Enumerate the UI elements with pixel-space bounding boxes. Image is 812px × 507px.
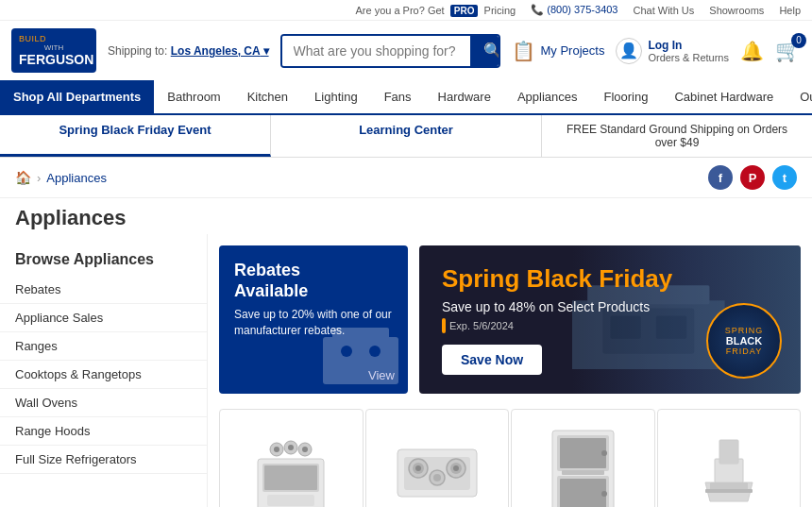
phone-link[interactable]: 📞 (800) 375-3403: [531, 4, 617, 16]
svg-rect-15: [267, 495, 314, 506]
notifications-bell[interactable]: 🔔: [740, 40, 764, 62]
promo-learning-center[interactable]: Learning Center: [271, 115, 542, 157]
nav-cabinet-hardware[interactable]: Cabinet Hardware: [661, 80, 787, 113]
svg-rect-11: [264, 465, 317, 490]
login-label: Log In: [648, 39, 729, 52]
rebates-sub: Save up to 20% with one of our manufactu…: [234, 307, 393, 339]
svg-point-36: [601, 491, 607, 497]
svg-rect-33: [560, 479, 606, 507]
nav-flooring[interactable]: Flooring: [591, 80, 662, 113]
pro-info: Are you a Pro? Get PRO Pricing: [355, 5, 516, 16]
range-hoods-svg: [686, 431, 771, 507]
svg-rect-34: [562, 470, 604, 475]
main-content: Browse Appliances Rebates Appliance Sale…: [0, 234, 812, 507]
sbf-badge: SPRING BLACK FRIDAY: [706, 303, 782, 379]
my-projects-button[interactable]: 📋 My Projects: [512, 40, 605, 62]
svg-rect-0: [323, 337, 398, 384]
twitter-icon[interactable]: t: [772, 165, 797, 190]
wall-ovens-svg: [548, 426, 618, 507]
promo-event-title: Spring Black Friday: [442, 264, 778, 294]
sidebar-item-refrigerators[interactable]: Full Size Refrigerators: [0, 446, 207, 474]
svg-rect-41: [705, 489, 753, 493]
svg-rect-40: [710, 482, 748, 490]
breadcrumb-appliances[interactable]: Appliances: [46, 171, 107, 185]
wall-ovens-image: [523, 421, 643, 507]
sidebar-item-ranges[interactable]: Ranges: [0, 332, 207, 361]
ranges-svg: [253, 431, 329, 507]
sidebar-item-cooktops[interactable]: Cooktops & Rangetops: [0, 361, 207, 389]
search-input[interactable]: [282, 36, 470, 66]
svg-point-17: [288, 445, 294, 450]
page-title: Appliances: [0, 198, 812, 234]
nav-bathroom[interactable]: Bathroom: [154, 80, 233, 113]
nav-fans[interactable]: Fans: [371, 80, 425, 113]
nav-lighting[interactable]: Lighting: [301, 80, 371, 113]
learning-center-link[interactable]: Learning Center: [359, 123, 453, 137]
rebates-card[interactable]: RebatesAvailable Save up to 20% with one…: [219, 245, 408, 394]
orders-label: Orders & Returns: [648, 52, 729, 63]
social-icons: f P t: [708, 165, 797, 190]
product-card-range-hoods[interactable]: Range Hoods: [657, 409, 802, 507]
save-now-button[interactable]: Save Now: [442, 345, 542, 375]
nav-hardware[interactable]: Hardware: [425, 80, 504, 113]
cooktops-image: [378, 421, 498, 507]
logo[interactable]: build WITH FERGUSON: [11, 28, 96, 73]
chat-link[interactable]: Chat With Us: [634, 5, 695, 16]
logo-build-text: build: [19, 34, 89, 43]
nav-shop-all[interactable]: Shop All Departments: [0, 80, 154, 113]
svg-point-28: [433, 474, 441, 482]
svg-point-23: [415, 465, 421, 471]
sidebar-title: Browse Appliances: [0, 245, 207, 276]
logo-ferguson-text: FERGUSON: [19, 52, 89, 67]
promo-spring-friday[interactable]: Spring Black Friday Event: [0, 115, 271, 157]
ranges-image: [231, 421, 351, 507]
spring-friday-link[interactable]: Spring Black Friday Event: [59, 123, 211, 137]
svg-rect-31: [560, 438, 606, 468]
product-card-wall-ovens[interactable]: Wall Ovens: [511, 409, 655, 507]
pinterest-icon[interactable]: P: [740, 165, 765, 190]
product-grid: Ranges: [219, 409, 801, 507]
exp-bar-icon: [442, 318, 446, 333]
user-icon: 👤: [616, 38, 642, 64]
content-area: RebatesAvailable Save up to 20% with one…: [208, 234, 812, 507]
shipping-info: Shipping to: Los Angeles, CA ▾: [108, 44, 269, 58]
svg-point-2: [341, 346, 352, 357]
main-nav: Shop All Departments Bathroom Kitchen Li…: [0, 80, 812, 115]
top-info-bar: Are you a Pro? Get PRO Pricing 📞 (800) 3…: [0, 0, 812, 21]
rebates-title: RebatesAvailable: [234, 261, 393, 301]
sidebar-item-appliance-sales[interactable]: Appliance Sales: [0, 304, 207, 332]
search-button[interactable]: 🔍: [470, 36, 500, 66]
help-link[interactable]: Help: [779, 5, 801, 16]
sidebar-item-rebates[interactable]: Rebates: [0, 276, 207, 304]
promo-bar: Spring Black Friday Event Learning Cente…: [0, 115, 812, 158]
sidebar-item-wall-ovens[interactable]: Wall Ovens: [0, 389, 207, 417]
showrooms-link[interactable]: Showrooms: [709, 5, 764, 16]
login-section[interactable]: 👤 Log In Orders & Returns: [616, 38, 729, 64]
cart-count: 0: [791, 33, 806, 48]
cart-button[interactable]: 🛒 0: [775, 39, 801, 63]
product-card-cooktops[interactable]: Cooktops & Rangetops: [365, 409, 510, 507]
main-header: build WITH FERGUSON Shipping to: Los Ang…: [0, 21, 812, 80]
svg-point-3: [369, 346, 381, 357]
svg-rect-39: [719, 440, 738, 464]
promo-banner[interactable]: Spring Black Friday Save up to 48% on Se…: [419, 245, 801, 394]
range-hoods-image: [669, 421, 789, 507]
pro-badge: PRO: [450, 5, 479, 17]
shipping-location-link[interactable]: Los Angeles, CA ▾: [171, 44, 269, 58]
facebook-icon[interactable]: f: [708, 165, 733, 190]
home-icon[interactable]: 🏠: [15, 170, 31, 185]
search-bar: 🔍: [280, 34, 500, 68]
breadcrumb: 🏠 › Appliances f P t: [0, 158, 812, 198]
promo-free-shipping: FREE Standard Ground Shipping on Orders …: [542, 115, 812, 157]
svg-point-26: [453, 465, 459, 471]
svg-point-18: [302, 447, 308, 452]
banner-row: RebatesAvailable Save up to 20% with one…: [219, 245, 801, 394]
nav-outdoor[interactable]: Outdoor: [787, 80, 812, 113]
svg-point-16: [274, 447, 279, 452]
sidebar-item-range-hoods[interactable]: Range Hoods: [0, 417, 207, 446]
product-card-ranges[interactable]: Ranges: [219, 409, 364, 507]
nav-appliances[interactable]: Appliances: [504, 80, 591, 113]
sidebar: Browse Appliances Rebates Appliance Sale…: [0, 234, 208, 507]
svg-point-35: [601, 450, 607, 456]
nav-kitchen[interactable]: Kitchen: [234, 80, 301, 113]
